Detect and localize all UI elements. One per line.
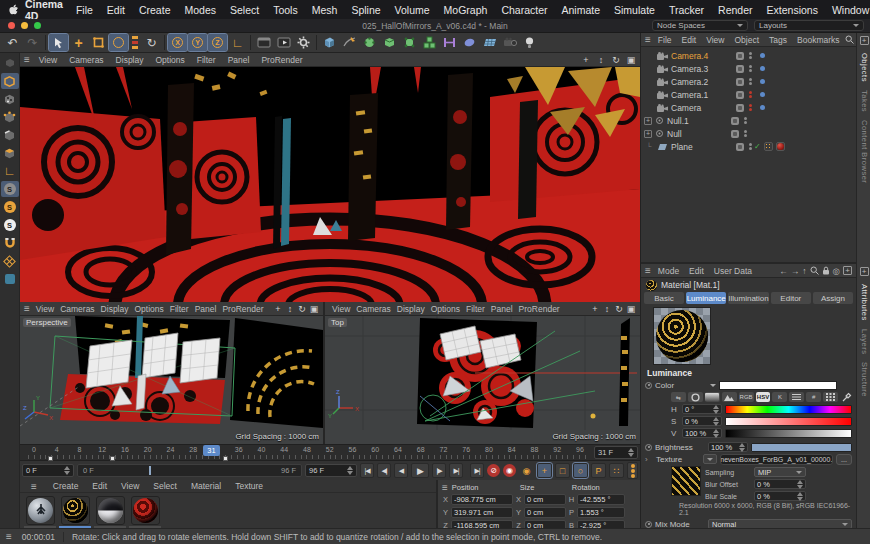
workplane-icon[interactable]: ∟	[228, 34, 247, 51]
autokey-button[interactable]: ◉	[503, 464, 516, 477]
object-row[interactable]: + Null.1	[641, 114, 856, 127]
layer-toggle[interactable]	[736, 104, 744, 112]
eyedropper-icon[interactable]	[842, 392, 852, 402]
size-x-field[interactable]: 0 cm	[524, 494, 566, 505]
viewport-menu-item[interactable]: View	[33, 304, 57, 314]
size-y-field[interactable]: 0 cm	[524, 507, 566, 518]
polygons-mode-button[interactable]	[1, 145, 19, 161]
viewport-menu-item[interactable]: Filter	[191, 55, 222, 65]
pan-view-icon[interactable]: +	[581, 55, 591, 65]
hamburger-icon[interactable]: ≡	[24, 303, 30, 314]
toggle-view-icon[interactable]: ▣	[626, 304, 636, 314]
visibility-dots[interactable]	[747, 143, 753, 150]
expand-arrow-icon[interactable]: ›	[645, 455, 653, 464]
texture-mode-button[interactable]	[1, 91, 19, 107]
tab-structure[interactable]: Structure	[860, 362, 869, 397]
menu-item[interactable]: File	[69, 4, 100, 16]
object-manager-menu-item[interactable]: View	[701, 35, 729, 45]
back-icon[interactable]: ←	[779, 266, 788, 276]
new-panel-icon[interactable]: +	[843, 266, 852, 275]
render-region-button[interactable]	[274, 34, 293, 51]
enable-snap-button[interactable]: S	[1, 181, 19, 197]
color-radio[interactable]	[645, 382, 652, 389]
object-row[interactable]: Camera.4	[641, 49, 856, 62]
viewport-menu-item[interactable]: Cameras	[353, 304, 393, 314]
apple-icon[interactable]	[8, 4, 19, 16]
compare-colors-icon[interactable]: ⇆	[671, 392, 686, 402]
menu-item[interactable]: Modes	[177, 4, 223, 16]
toggle-view-icon[interactable]: ▣	[309, 304, 319, 314]
stepper-icon[interactable]	[344, 466, 353, 475]
menu-item[interactable]: Tracker	[662, 4, 711, 16]
target-icon[interactable]: ◎	[833, 266, 840, 276]
rotate-view-icon[interactable]: ↻	[611, 55, 621, 65]
rotation-p-field[interactable]: 1.553 °	[577, 507, 625, 518]
camera-active-dot[interactable]	[760, 105, 765, 110]
add-camera-button[interactable]	[500, 34, 519, 51]
range-start-field[interactable]: 0 F	[22, 464, 74, 477]
kelvin-mode-button[interactable]: K	[772, 392, 787, 402]
viewport-menu-item[interactable]: Panel	[222, 55, 256, 65]
object-row[interactable]: └ Plane ✓	[641, 140, 856, 153]
workplane-mode-button[interactable]: ∟	[1, 163, 19, 179]
position-y-field[interactable]: 319.971 cm	[451, 507, 513, 518]
record-pla-toggle[interactable]: ∷	[609, 463, 624, 478]
camera-active-dot[interactable]	[760, 92, 765, 97]
layer-toggle[interactable]	[736, 143, 744, 151]
close-window-button[interactable]	[8, 22, 15, 29]
brightness-field[interactable]: 100 %	[708, 442, 748, 452]
stepper-icon[interactable]	[736, 443, 745, 452]
object-manager-menu-item[interactable]: Object	[729, 35, 764, 45]
menu-item[interactable]: Volume	[388, 4, 437, 16]
live-selection-tool[interactable]	[49, 34, 68, 51]
phong-tag[interactable]	[764, 142, 773, 151]
add-deformer-button[interactable]	[400, 34, 419, 51]
tab-layers[interactable]: Layers	[860, 329, 869, 355]
visibility-dots[interactable]	[742, 117, 748, 124]
current-frame-field[interactable]: 31 F	[594, 446, 638, 459]
preview-range-slider[interactable]: 0 F 96 F	[77, 464, 302, 477]
object-row[interactable]: Camera	[641, 101, 856, 114]
menu-item[interactable]: Mesh	[305, 4, 345, 16]
tab-editor[interactable]: Editor	[771, 292, 811, 304]
search-icon[interactable]	[810, 266, 819, 275]
x-axis-lock[interactable]: X	[168, 34, 187, 51]
render-settings-button[interactable]	[294, 34, 313, 51]
chevron-down-icon[interactable]	[710, 384, 716, 387]
main-viewport[interactable]	[20, 67, 640, 302]
tab-luminance[interactable]: Luminance	[686, 292, 726, 304]
add-panel-icon[interactable]: +	[860, 36, 869, 45]
stepper-icon[interactable]	[61, 466, 70, 475]
object-manager-menu-item[interactable]: Edit	[677, 35, 702, 45]
keyframe-presets-button[interactable]	[627, 462, 638, 479]
menu-item[interactable]: Select	[223, 4, 266, 16]
attribute-menu-item[interactable]: User Data	[709, 266, 757, 276]
previous-key-button[interactable]: ◀|	[377, 463, 391, 478]
object-manager-menu-item[interactable]: File	[653, 35, 677, 45]
model-mode-button[interactable]	[1, 73, 19, 89]
layer-toggle[interactable]	[731, 130, 739, 138]
lock-icon[interactable]	[822, 266, 830, 275]
viewport-menu-item[interactable]: Display	[110, 55, 150, 65]
texture-browse-button[interactable]: ...	[836, 454, 852, 465]
render-view-button[interactable]	[254, 34, 273, 51]
visibility-dots[interactable]	[747, 104, 753, 111]
keyframe-marker[interactable]	[223, 456, 228, 461]
forward-icon[interactable]: →	[791, 266, 800, 276]
move-tool[interactable]: +	[69, 34, 88, 51]
expand-icon[interactable]: +	[644, 117, 652, 125]
zoom-view-icon[interactable]: ↕	[596, 55, 606, 65]
record-position-toggle[interactable]: +	[537, 463, 552, 478]
viewport-menu-item[interactable]: Options	[131, 304, 166, 314]
add-spline-button[interactable]	[340, 34, 359, 51]
points-mode-button[interactable]	[1, 109, 19, 125]
perspective-viewport[interactable]: Perspective	[20, 316, 323, 444]
object-manager-menu-item[interactable]: Tags	[764, 35, 792, 45]
swatches-icon[interactable]	[823, 392, 838, 402]
camera-active-dot[interactable]	[760, 66, 765, 71]
hex-mode-button[interactable]: #	[806, 392, 821, 402]
hamburger-icon[interactable]: ≡	[645, 34, 651, 45]
viewport-menu-item[interactable]: ProRender	[255, 55, 308, 65]
menu-item[interactable]: Render	[711, 4, 759, 16]
hue-field[interactable]: 0 °	[682, 404, 722, 414]
